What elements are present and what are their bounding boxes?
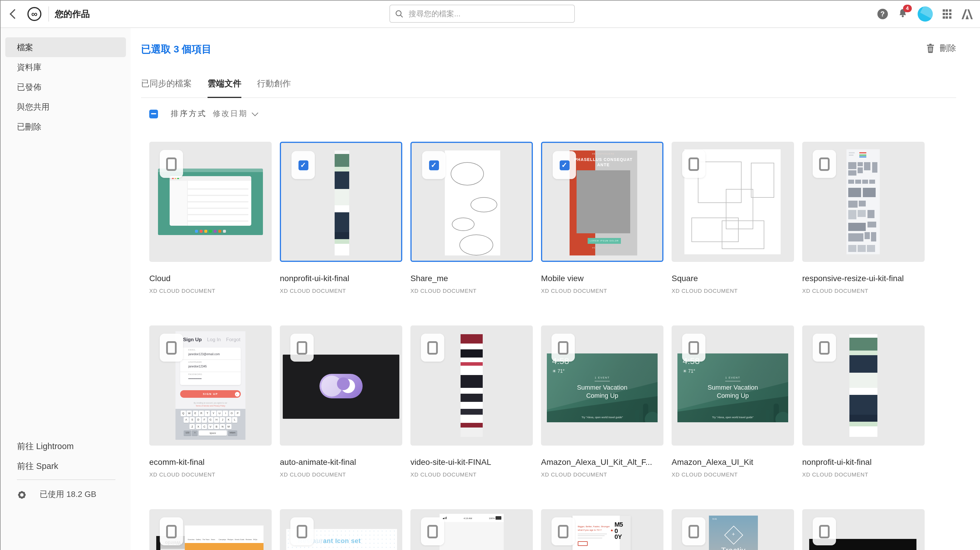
tab-bar: 已同步的檔案 雲端文件 行動創作: [141, 69, 956, 98]
thumbnail-wireframe-strip: [846, 149, 880, 254]
sidebar-item-deleted[interactable]: 已刪除: [5, 116, 126, 137]
card-checkbox-chip[interactable]: [552, 334, 575, 362]
file-card-cloud[interactable]: [149, 142, 272, 262]
sun-icon: ☀: [682, 368, 687, 374]
file-cell: [802, 509, 924, 550]
card-checkbox-chip[interactable]: [813, 334, 836, 362]
poster-button: LOREM IPSUM DOLOR: [588, 238, 621, 244]
sort-value-dropdown[interactable]: 修改日期: [213, 108, 256, 119]
thumbnail-weirdo-nav: Overview Gallery The Team News Campaign …: [185, 526, 264, 543]
notifications-bell-icon[interactable]: 4: [898, 8, 908, 20]
tab-synced-files[interactable]: 已同步的檔案: [141, 69, 192, 97]
file-type-label: XD CLOUD DOCUMENT: [280, 287, 402, 294]
file-card-mobile-blank[interactable]: 4:19 AM 100%: [410, 509, 533, 550]
file-cell: Square XD CLOUD DOCUMENT: [671, 142, 794, 294]
card-checkbox-chip[interactable]: [813, 517, 836, 545]
selection-count-header: 已選取 3 個項目: [141, 43, 212, 56]
select-all-checkbox-indeterminate[interactable]: [149, 109, 158, 118]
thumbnail-signup-screen: Sign UpLog InForgot EMAILjanedoe123@emai…: [175, 331, 245, 440]
thumbnail-weirdo-hero: [185, 543, 264, 550]
checkbox-unchecked-icon: [297, 341, 307, 354]
avatar[interactable]: [918, 6, 933, 22]
file-card-alexa-kit[interactable]: 4:58 ☀ 71° 1 EVENT Summer Vacation Comin…: [671, 325, 794, 446]
checkbox-unchecked-icon: [819, 157, 830, 171]
file-title: Amazon_Alexa_UI_Kit: [671, 457, 794, 467]
file-cell: nonprofit-ui-kit-final XD CLOUD DOCUMENT: [280, 142, 402, 294]
file-cell: Restaurant Icon set: [280, 509, 402, 550]
file-card-video-site-kit[interactable]: [410, 325, 533, 446]
help-icon[interactable]: ?: [877, 9, 888, 19]
delete-button[interactable]: 刪除: [926, 43, 956, 54]
file-type-label: XD CLOUD DOCUMENT: [541, 471, 663, 478]
file-type-label: XD CLOUD DOCUMENT: [802, 287, 924, 294]
checkbox-unchecked-icon: [297, 524, 307, 538]
sun-icon: ☀: [552, 368, 556, 374]
sidebar-footer-divider: [17, 480, 115, 480]
search-input[interactable]: [407, 9, 569, 19]
card-checkbox-chip[interactable]: [290, 517, 313, 545]
signup-button: SIGN UP›: [180, 390, 241, 398]
card-checkbox-chip[interactable]: [160, 150, 183, 178]
file-cell: Weirdo Overview Gallery The Team News Ca…: [149, 509, 272, 550]
file-card-weirdo-site[interactable]: Weirdo Overview Gallery The Team News Ca…: [149, 509, 272, 550]
card-checkbox-chip[interactable]: [682, 334, 705, 362]
trash-icon: [926, 44, 934, 53]
creative-cloud-logo: ∞: [27, 7, 41, 21]
file-card-msology-poster[interactable]: M500Y Bigger, Better, Faster, Strongerwh…: [541, 509, 663, 550]
adobe-logo[interactable]: [961, 9, 973, 19]
file-title: Amazon_Alexa_UI_Kit_Alt_F...: [541, 457, 663, 467]
file-card-nonprofit-kit[interactable]: [280, 142, 402, 262]
card-checkbox-chip[interactable]: [160, 334, 183, 362]
thumbnail-nonprofit-strip: [335, 150, 349, 255]
file-card-nonprofit-kit-2[interactable]: [802, 325, 924, 446]
link-go-to-lightroom[interactable]: 前往 Lightroom: [17, 441, 74, 452]
file-card-responsive-resize-kit[interactable]: [802, 142, 924, 262]
card-checkbox-chip[interactable]: [291, 151, 315, 179]
card-checkbox-chip[interactable]: [682, 517, 705, 545]
file-cell: auto-animate-kit-final XD CLOUD DOCUMENT: [280, 325, 402, 478]
file-card-alexa-kit-alt[interactable]: 4:58 ☀ 71° 1 EVENT Summer Vacation Comin…: [541, 325, 663, 446]
keyboard: QWERTYUIOP ASDFGHJKL ZXCVBNM 123 ☺ space…: [175, 409, 245, 440]
sidebar-item-libraries[interactable]: 資料庫: [5, 57, 126, 77]
card-checkbox-chip[interactable]: [813, 150, 836, 178]
file-card-ecomm-kit[interactable]: Sign UpLog InForgot EMAILjanedoe123@emai…: [149, 325, 272, 446]
card-checkbox-chip[interactable]: [553, 151, 576, 179]
sidebar-item-files[interactable]: 檔案: [5, 37, 126, 57]
file-card-share-me[interactable]: [410, 142, 533, 262]
poster-hashtag-bottom: #EROSPOSUERE: [570, 247, 637, 249]
file-cell: 4:58 ☀ 71° 1 EVENT Summer Vacation Comin…: [541, 325, 663, 478]
link-go-to-spark[interactable]: 前往 Spark: [17, 461, 58, 472]
file-title: video-site-ui-kit-FINAL: [410, 457, 533, 467]
card-checkbox-chip[interactable]: [421, 334, 444, 362]
thumbnail-msology-poster: M500Y Bigger, Better, Faster, Strongerwh…: [573, 516, 631, 550]
file-cell: 9:41 + Tractiv: [671, 509, 794, 550]
thumbnail-nonprofit-strip: [850, 334, 877, 437]
search-box[interactable]: [390, 5, 575, 23]
file-card-auto-animate-kit[interactable]: [280, 325, 402, 446]
thumbnail-dark-toggle: [283, 355, 399, 419]
tab-cloud-documents[interactable]: 雲端文件: [208, 69, 241, 97]
gear-icon[interactable]: [17, 489, 27, 499]
battery-icon: [496, 516, 501, 520]
card-checkbox-chip[interactable]: [552, 517, 575, 545]
card-checkbox-chip[interactable]: [422, 151, 445, 179]
sidebar-item-shared-with-you[interactable]: 與您共用: [5, 97, 126, 116]
file-card-square[interactable]: [671, 142, 794, 262]
checkbox-checked-icon: [559, 160, 569, 170]
back-chevron-icon[interactable]: [10, 9, 19, 19]
card-checkbox-chip[interactable]: [421, 517, 444, 545]
moon-icon: [341, 379, 355, 393]
file-card-tractiv[interactable]: 9:41 + Tractiv: [671, 509, 794, 550]
apps-grid-icon[interactable]: [943, 10, 951, 18]
sidebar-item-published[interactable]: 已發佈: [5, 77, 126, 97]
tab-mobile-creations[interactable]: 行動創作: [257, 69, 291, 97]
file-card-restaurant-icon-set[interactable]: Restaurant Icon set: [280, 509, 402, 550]
file-card-dark-document[interactable]: [802, 509, 924, 550]
file-card-mobile-view[interactable]: #EROSPOSUERE PHASELLUS CONSEQUAT ANTE LO…: [541, 142, 663, 262]
card-checkbox-chip[interactable]: [682, 150, 705, 178]
card-checkbox-chip[interactable]: [160, 517, 183, 545]
card-checkbox-chip[interactable]: [290, 334, 313, 362]
file-type-label: XD CLOUD DOCUMENT: [671, 287, 794, 294]
top-bar: ∞ 您的作品 ? 4: [1, 1, 980, 28]
checkbox-unchecked-icon: [166, 524, 177, 538]
